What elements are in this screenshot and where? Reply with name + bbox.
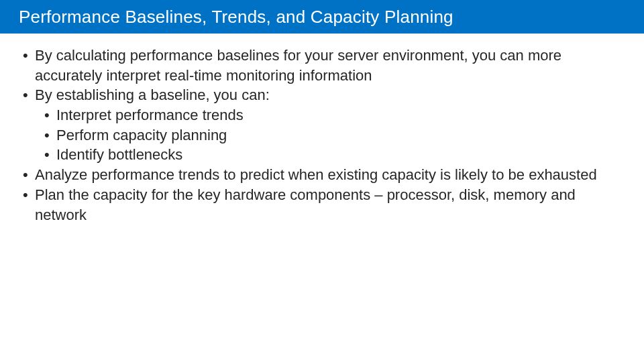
bullet-list: By calculating performance baselines for…	[23, 46, 621, 225]
sub-bullet-item: Perform capacity planning	[44, 125, 621, 145]
bullet-text: Plan the capacity for the key hardware c…	[35, 186, 576, 223]
sub-bullet-text: Identify bottlenecks	[56, 146, 182, 163]
bullet-item: By establishing a baseline, you can: Int…	[23, 85, 621, 165]
bullet-text: Analyze performance trends to predict wh…	[35, 166, 597, 183]
slide-content: By calculating performance baselines for…	[0, 34, 644, 225]
bullet-item: Plan the capacity for the key hardware c…	[23, 185, 621, 225]
bullet-text: By calculating performance baselines for…	[35, 47, 561, 84]
sub-bullet-list: Interpret performance trends Perform cap…	[35, 105, 621, 165]
sub-bullet-item: Interpret performance trends	[44, 105, 621, 125]
bullet-text: By establishing a baseline, you can:	[35, 86, 270, 103]
sub-bullet-item: Identify bottlenecks	[44, 145, 621, 165]
bullet-item: Analyze performance trends to predict wh…	[23, 165, 621, 185]
sub-bullet-text: Interpret performance trends	[56, 107, 244, 123]
slide-title: Performance Baselines, Trends, and Capac…	[19, 7, 453, 27]
sub-bullet-text: Perform capacity planning	[56, 127, 227, 143]
title-bar: Performance Baselines, Trends, and Capac…	[0, 0, 644, 34]
bullet-item: By calculating performance baselines for…	[23, 46, 621, 85]
slide: { "title": "Performance Baselines, Trend…	[0, 0, 644, 362]
